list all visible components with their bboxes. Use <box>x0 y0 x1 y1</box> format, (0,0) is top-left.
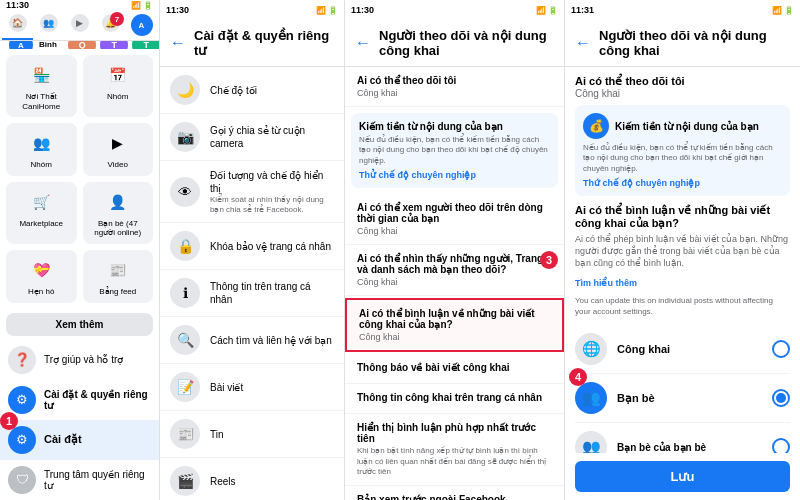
camera-label: Gọi ý chia sẻ từ cuộn camera <box>210 124 334 150</box>
search-people-icon: 🔍 <box>170 325 200 355</box>
time-3: 11:30 <box>351 5 374 15</box>
panel3-header: ← Người theo dõi và nội dung công khai <box>345 20 564 67</box>
panel4-header: ← Người theo dõi và nội dung công khai <box>565 20 800 67</box>
settings-dark-mode[interactable]: 🌙 Chế độ tối <box>160 67 344 114</box>
radio-fof <box>772 438 790 453</box>
store-icon: 🏪 <box>27 61 55 89</box>
friends-icon: 👥 <box>40 14 58 32</box>
best-comments-title: Hiển thị bình luận phù hợp nhất trước ti… <box>357 422 552 444</box>
follower-item-timeline[interactable]: Ai có thể xem người theo dõi trên dòng t… <box>345 194 564 245</box>
settings-camera[interactable]: 📷 Gọi ý chia sẻ từ cuộn camera <box>160 114 344 161</box>
menu-marketplace[interactable]: 🛒 Marketplace <box>6 182 77 244</box>
notification-title: Thông báo về bài viết công khai <box>357 362 552 373</box>
tab-notifications[interactable]: 🔔 7 <box>95 10 126 40</box>
menu-canitome[interactable]: 🏪 Nơi Thất CaniHome <box>6 55 77 117</box>
lock-label: Khóa bảo vệ trang cá nhân <box>210 240 331 253</box>
settings-lock[interactable]: 🔒 Khóa bảo vệ trang cá nhân <box>160 223 344 270</box>
settings-news[interactable]: 📰 Tin <box>160 411 344 458</box>
main-profile[interactable]: A An Văn Bình Cani Home <box>6 41 64 49</box>
time-2: 11:30 <box>166 5 189 15</box>
panel-who-comment: 11:31 📶🔋 ← Người theo dõi và nội dung cô… <box>565 0 800 500</box>
option-public-label: Công khai <box>617 343 670 355</box>
follower-item-notification[interactable]: Thông báo về bài viết công khai <box>345 354 564 384</box>
tab-friends[interactable]: 👥 <box>33 10 64 40</box>
menu-memory[interactable]: 📅 Nhóm <box>83 55 154 117</box>
group-icon: 👥 <box>27 129 55 157</box>
comment-permission-desc: Ai có thể phép bình luận về bài viết của… <box>575 234 790 269</box>
main-profile-name: An Văn Bình Cani Home <box>39 41 61 49</box>
back-button-4[interactable]: ← <box>575 34 591 52</box>
menu-friends-online[interactable]: 👤 Bạn bè (47 người online) <box>83 182 154 244</box>
step-4-badge: 4 <box>569 368 587 386</box>
settings-reels[interactable]: 🎬 Reels <box>160 458 344 500</box>
moon-icon: 🌙 <box>170 75 200 105</box>
nav-tabs: 🏠 👥 ▶ 🔔 7 A <box>0 10 159 41</box>
see-more-button[interactable]: Xem thêm <box>6 313 153 336</box>
menu-label-video: Video <box>108 160 128 170</box>
back-button-2[interactable]: ← <box>170 34 186 52</box>
panel4-title: Người theo dõi và nội dung công khai <box>599 28 790 58</box>
reels-icon: 🎬 <box>170 466 200 496</box>
who-follow-subtitle: Công khai <box>357 88 552 98</box>
profile-t2[interactable]: T <box>132 41 159 49</box>
video-icon: ▶ <box>71 14 89 32</box>
follower-item-comment[interactable]: Ai có thể bình luận về những bài viết cô… <box>345 298 564 352</box>
option-friends-of-friends[interactable]: 👥 Bạn bè của bạn bè <box>575 423 790 453</box>
option-friends[interactable]: 👥 Bạn bè 4 <box>575 374 790 423</box>
profile-avatar-tab: A <box>131 14 153 36</box>
settings-privacy-item[interactable]: ⚙ Cài đặt & quyền riêng tư <box>0 380 159 420</box>
settings-posts[interactable]: 📝 Bài viết <box>160 364 344 411</box>
earn-title: Kiếm tiền từ nội dung của bạn <box>615 121 759 132</box>
follower-item-see-following[interactable]: Ai có thể nhìn thấy những người, Trang v… <box>345 245 564 296</box>
follower-item-best-comments[interactable]: Hiển thị bình luận phù hợp nhất trước ti… <box>345 414 564 486</box>
privacy-center-item[interactable]: 🛡 Trung tâm quyền riêng tư <box>0 460 159 500</box>
preview-title: Bản xem trước ngoài Facebook <box>357 494 552 500</box>
earn-link[interactable]: Thứ chế độ chuyên nghiệp <box>583 178 782 188</box>
menu-video[interactable]: ▶ Video <box>83 123 154 176</box>
time-1: 11:30 <box>6 0 29 10</box>
tab-video[interactable]: ▶ <box>64 10 95 40</box>
panel-followers: 11:30 📶🔋 ← Người theo dõi và nội dung cô… <box>345 0 565 500</box>
pro-mode-link[interactable]: Thử chế độ chuyên nghiệp <box>359 170 550 180</box>
comment-permission-title: Ai có thể bình luận về những bài viết cô… <box>575 204 790 230</box>
lock-icon: 🔒 <box>170 231 200 261</box>
display-desc: Kiểm soát ai nhìn thấy nội dung bạn chia… <box>210 195 334 214</box>
save-button[interactable]: Lưu <box>575 461 790 492</box>
menu-feed[interactable]: 📰 Bảng feed <box>83 250 154 303</box>
option-friends-label: Bạn bè <box>617 392 655 405</box>
menu-group[interactable]: 👥 Nhóm <box>6 123 77 176</box>
settings-privacy-label: Cài đặt & quyền riêng tư <box>44 389 148 411</box>
earn-header: 💰 Kiếm tiền từ nội dung của bạn <box>583 113 782 139</box>
profile-t1[interactable]: T <box>100 41 128 49</box>
follower-item-public-info[interactable]: Thông tin công khai trên trang cá nhân <box>345 384 564 414</box>
radio-friends <box>772 389 790 407</box>
help-item[interactable]: ❓ Trợ giúp và hỗ trợ <box>0 340 159 380</box>
option-public[interactable]: 🌐 Công khai <box>575 325 790 374</box>
settings-display[interactable]: 👁 Đối tượng và chế độ hiển thị Kiểm soát… <box>160 161 344 223</box>
tab-profile[interactable]: A <box>126 10 157 40</box>
profile-q[interactable]: Q <box>68 41 96 49</box>
menu-dating[interactable]: 💝 Hẹn hò <box>6 250 77 303</box>
marketplace-icon: 🛒 <box>27 188 55 216</box>
profile-info-label: Thông tin trên trang cá nhân <box>210 280 334 306</box>
tab-home[interactable]: 🏠 <box>2 10 33 40</box>
friends-online-icon: 👤 <box>104 188 132 216</box>
follower-item-preview[interactable]: Bản xem trước ngoài Facebook Hiện thị bả… <box>345 486 564 500</box>
help-label: Trợ giúp và hỗ trợ <box>44 354 123 365</box>
dating-icon: 💝 <box>27 256 55 284</box>
comment-title: Ai có thể bình luận về những bài viết cô… <box>359 308 550 330</box>
video-menu-icon: ▶ <box>104 129 132 157</box>
settings-find-contact[interactable]: 🔍 Cách tìm và liên hệ với bạn <box>160 317 344 364</box>
radio-public <box>772 340 790 358</box>
follower-item-who-follow[interactable]: Ai có thể theo dõi tôi Công khai <box>345 67 564 107</box>
status-bar-4: 11:31 📶🔋 <box>565 0 800 20</box>
follow-header: Ai có thể theo dõi tôi Công khai <box>575 75 790 99</box>
settings-item[interactable]: ⚙ Cài đặt 1 <box>0 420 159 460</box>
panel-settings-menu: 11:30 📶🔋 ← Cài đặt & quyền riêng tư 🌙 Ch… <box>160 0 345 500</box>
friends-option-icon: 👥 <box>575 382 607 414</box>
back-button-3[interactable]: ← <box>355 34 371 52</box>
learn-more-link[interactable]: Tìm hiểu thêm <box>575 278 637 288</box>
news-label: Tin <box>210 428 224 441</box>
settings-profile-info[interactable]: ℹ Thông tin trên trang cá nhân <box>160 270 344 317</box>
memory-icon: 📅 <box>104 61 132 89</box>
